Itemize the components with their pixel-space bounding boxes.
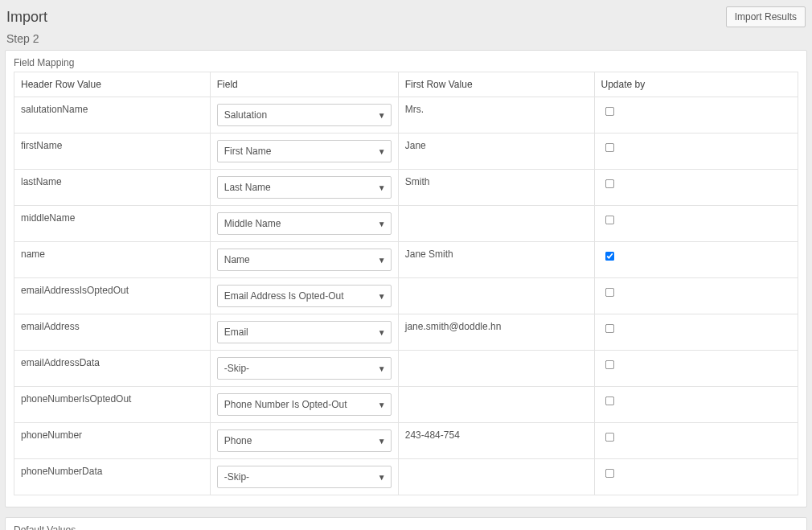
first-row-value-cell: Jane Smith bbox=[398, 242, 594, 278]
chevron-down-icon: ▼ bbox=[378, 401, 386, 409]
import-results-button[interactable]: Import Results bbox=[726, 6, 806, 27]
first-row-value-cell: 243-484-754 bbox=[398, 423, 594, 459]
import-results-label: Import Results bbox=[735, 11, 797, 23]
update-by-cell bbox=[594, 242, 798, 278]
header-row-value-cell: lastName bbox=[14, 170, 211, 206]
table-row: emailAddressIsOptedOutEmail Address Is O… bbox=[14, 278, 798, 314]
field-select[interactable]: Phone▼ bbox=[217, 429, 392, 452]
update-by-cell bbox=[594, 97, 798, 134]
field-select-value: Middle Name bbox=[224, 218, 281, 229]
update-by-checkbox[interactable] bbox=[605, 396, 613, 405]
step-heading: Step 2 bbox=[5, 32, 807, 50]
field-select-cell: First Name▼ bbox=[210, 134, 398, 170]
chevron-down-icon: ▼ bbox=[378, 328, 386, 337]
update-by-checkbox[interactable] bbox=[605, 252, 613, 261]
update-by-cell bbox=[594, 278, 798, 314]
header-row-value-cell: emailAddressData bbox=[14, 351, 211, 387]
table-row: salutationNameSalutation▼Mrs. bbox=[14, 97, 798, 134]
update-by-cell bbox=[594, 170, 798, 206]
field-select[interactable]: First Name▼ bbox=[217, 140, 392, 162]
field-select[interactable]: Email Address Is Opted-Out▼ bbox=[217, 285, 392, 307]
update-by-checkbox[interactable] bbox=[605, 143, 613, 152]
field-select-cell: Phone▼ bbox=[210, 423, 398, 459]
field-select-cell: Salutation▼ bbox=[210, 97, 398, 134]
chevron-down-icon: ▼ bbox=[378, 111, 386, 120]
header-row-value-cell: salutationName bbox=[14, 97, 211, 134]
field-select-value: Last Name bbox=[224, 182, 271, 193]
header-row-value-cell: emailAddress bbox=[14, 314, 211, 351]
field-select-value: Email bbox=[224, 327, 248, 338]
table-row: phoneNumberIsOptedOutPhone Number Is Opt… bbox=[14, 387, 798, 423]
table-row: firstNameFirst Name▼Jane bbox=[14, 134, 798, 170]
field-select[interactable]: -Skip-▼ bbox=[217, 466, 392, 488]
field-select-cell: -Skip-▼ bbox=[210, 459, 398, 495]
first-row-value-cell: Smith bbox=[398, 170, 594, 206]
header-row-value-cell: phoneNumberData bbox=[14, 459, 211, 495]
field-select-value: Email Address Is Opted-Out bbox=[224, 290, 344, 302]
header-row-value-cell: name bbox=[14, 242, 211, 278]
field-mapping-panel: Field Mapping Header Row Value Field Fir… bbox=[5, 50, 807, 507]
field-select[interactable]: Last Name▼ bbox=[217, 176, 392, 199]
field-select-value: Phone Number Is Opted-Out bbox=[224, 399, 347, 410]
update-by-checkbox[interactable] bbox=[605, 216, 613, 224]
update-by-cell bbox=[594, 351, 798, 387]
header-row-value-cell: phoneNumber bbox=[14, 423, 211, 459]
update-by-checkbox[interactable] bbox=[605, 288, 613, 297]
update-by-checkbox[interactable] bbox=[605, 107, 613, 116]
update-by-checkbox[interactable] bbox=[605, 324, 613, 333]
field-select-value: -Skip- bbox=[224, 471, 249, 483]
field-select-value: Name bbox=[224, 254, 250, 265]
table-row: nameName▼Jane Smith bbox=[14, 242, 798, 278]
default-values-panel: Default Values Add Field ▼ Assigned User… bbox=[5, 517, 807, 530]
chevron-down-icon: ▼ bbox=[378, 220, 386, 228]
field-select[interactable]: Phone Number Is Opted-Out▼ bbox=[217, 393, 392, 416]
table-row: phoneNumberData-Skip-▼ bbox=[14, 459, 798, 495]
field-select-value: Salutation bbox=[224, 109, 267, 121]
update-by-cell bbox=[594, 206, 798, 242]
field-select[interactable]: Salutation▼ bbox=[217, 104, 392, 126]
table-row: middleNameMiddle Name▼ bbox=[14, 206, 798, 242]
field-select-cell: Email▼ bbox=[210, 314, 398, 351]
col-header-row-value: Header Row Value bbox=[14, 72, 211, 97]
table-row: lastNameLast Name▼Smith bbox=[14, 170, 798, 206]
first-row-value-cell bbox=[398, 351, 594, 387]
header-row-value-cell: emailAddressIsOptedOut bbox=[14, 278, 211, 314]
chevron-down-icon: ▼ bbox=[378, 292, 386, 301]
first-row-value-cell bbox=[398, 459, 594, 495]
table-row: emailAddressData-Skip-▼ bbox=[14, 351, 798, 387]
table-row: phoneNumberPhone▼243-484-754 bbox=[14, 423, 798, 459]
field-select-cell: Email Address Is Opted-Out▼ bbox=[210, 278, 398, 314]
header-row-value-cell: firstName bbox=[14, 134, 211, 170]
update-by-checkbox[interactable] bbox=[605, 179, 613, 188]
first-row-value-cell: jane.smith@doddle.hn bbox=[398, 314, 594, 351]
chevron-down-icon: ▼ bbox=[378, 183, 386, 192]
col-update-by: Update by bbox=[594, 72, 798, 97]
update-by-cell bbox=[594, 459, 798, 495]
col-first-row-value: First Row Value bbox=[398, 72, 594, 97]
field-select-cell: -Skip-▼ bbox=[210, 351, 398, 387]
field-select-value: -Skip- bbox=[224, 363, 249, 374]
table-row: emailAddressEmail▼jane.smith@doddle.hn bbox=[14, 314, 798, 351]
first-row-value-cell: Jane bbox=[398, 134, 594, 170]
page-title: Import bbox=[6, 9, 47, 26]
field-select[interactable]: -Skip-▼ bbox=[217, 357, 392, 380]
field-select-cell: Last Name▼ bbox=[210, 170, 398, 206]
first-row-value-cell bbox=[398, 278, 594, 314]
field-select-value: Phone bbox=[224, 435, 252, 446]
chevron-down-icon: ▼ bbox=[378, 437, 386, 446]
col-field: Field bbox=[210, 72, 398, 97]
field-select[interactable]: Middle Name▼ bbox=[217, 212, 392, 235]
field-select[interactable]: Name▼ bbox=[217, 249, 392, 271]
update-by-checkbox[interactable] bbox=[605, 433, 613, 442]
default-values-title: Default Values bbox=[14, 523, 798, 530]
first-row-value-cell bbox=[398, 387, 594, 423]
header-row-value-cell: middleName bbox=[14, 206, 211, 242]
update-by-cell bbox=[594, 423, 798, 459]
update-by-checkbox[interactable] bbox=[605, 360, 613, 369]
field-select[interactable]: Email▼ bbox=[217, 321, 392, 343]
chevron-down-icon: ▼ bbox=[378, 364, 386, 373]
chevron-down-icon: ▼ bbox=[378, 256, 386, 265]
header-row-value-cell: phoneNumberIsOptedOut bbox=[14, 387, 211, 423]
field-select-cell: Phone Number Is Opted-Out▼ bbox=[210, 387, 398, 423]
update-by-checkbox[interactable] bbox=[605, 469, 613, 478]
